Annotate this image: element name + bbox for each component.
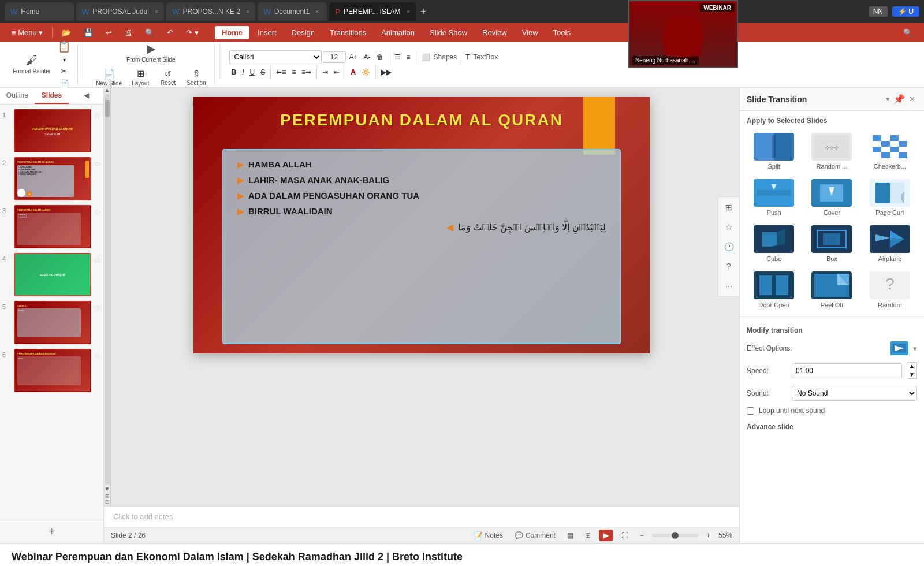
italic-btn[interactable]: I (240, 67, 246, 77)
slide-content-box[interactable]: ▶ HAMBA ALLAH ▶ LAHIR- MASA ANAK ANAK-BA… (222, 149, 621, 344)
pin-icon[interactable]: 📌 (891, 92, 907, 106)
transition-pagecurl[interactable]: Page Curl (863, 177, 917, 218)
slide-thumbnail[interactable]: PEREMPUAN DALAM HADIST • text line 1 • t… (14, 205, 91, 248)
list-item[interactable]: 5 SLIDE 5 content ☆ (2, 301, 101, 344)
section-button[interactable]: § Section (183, 66, 209, 89)
scroll-thumb[interactable] (105, 100, 110, 117)
loop-checkbox[interactable] (747, 407, 754, 415)
transition-cube[interactable]: Cube (747, 223, 801, 265)
transition-split[interactable]: Split (747, 131, 801, 172)
bullets-btn[interactable]: ☰ (392, 52, 403, 62)
transition-box[interactable]: Box (804, 223, 859, 265)
font-size-field[interactable]: 12 (323, 51, 346, 63)
tab-proposal2[interactable]: W PROPOS...N KE 2 × (166, 2, 255, 21)
tab-doc1[interactable]: W Document1 × (258, 2, 327, 21)
print-btn[interactable]: 🖨 (119, 27, 138, 39)
clear-format[interactable]: 🗑 (374, 52, 386, 62)
list-item[interactable]: 6 PPH&PEREMPUAN DAN EKONOMI items... ☆ (2, 349, 101, 392)
slide-thumbnail[interactable]: PPH&PEREMPUAN DAN EKONOMI items... (14, 349, 91, 392)
collapse-panel-btn[interactable]: ◀ (69, 88, 103, 104)
transition-cover[interactable]: Cover (804, 177, 859, 218)
align-right-btn[interactable]: ≡➡ (299, 67, 314, 77)
tab-insert[interactable]: Insert (251, 26, 284, 39)
close-tab-proposal2[interactable]: × (246, 8, 249, 15)
star-icon[interactable]: ☆ (94, 255, 101, 265)
close-tab-proposal1[interactable]: × (155, 8, 158, 15)
notes-placeholder[interactable]: Click to add notes (113, 512, 173, 521)
highlight-btn[interactable]: 🔆 (359, 67, 372, 77)
tab-design[interactable]: Design (285, 26, 322, 39)
from-current-slide-button[interactable]: ▶ From Current Slide (123, 40, 178, 65)
tab-view[interactable]: View (515, 26, 545, 39)
align-center-btn[interactable]: ≡ (289, 67, 298, 77)
list-item[interactable]: 1 PEREMPUAN DAN EKONOMI DALAM ISLAM ☆ (2, 109, 101, 152)
tab-review[interactable]: Review (475, 26, 514, 39)
cut-button[interactable]: ✂ (55, 65, 73, 77)
close-panel-icon[interactable]: × (907, 93, 917, 106)
slide-thumbnail[interactable]: SLIDE 5 content (14, 301, 91, 344)
bold-btn[interactable]: B (229, 67, 239, 77)
slide-thumbnail[interactable]: PEREMPUAN DAN EKONOMI DALAM ISLAM (14, 109, 91, 152)
star-icon[interactable]: ☆ (94, 159, 101, 169)
font-size-down[interactable]: A- (362, 52, 373, 62)
expand-ribbon[interactable]: ▶▶ (379, 67, 394, 77)
effect-dropdown[interactable]: ▾ (913, 344, 917, 353)
numbering-btn[interactable]: ≡ (404, 52, 413, 62)
tab-animation[interactable]: Animation (374, 26, 422, 39)
redo-btn[interactable]: ↷ ▾ (180, 27, 204, 39)
star-icon[interactable]: ☆ (94, 111, 101, 121)
list-item[interactable]: 2 PEREMPUAN DALAM AL QURAN • HAMBA ALLAH… (2, 157, 101, 200)
scroll-resize-btn[interactable]: ⊞ (105, 493, 110, 499)
save-btn[interactable]: 💾 (78, 27, 99, 39)
undo-btn[interactable]: ↶ (161, 27, 179, 39)
star-icon[interactable]: ☆ (94, 351, 101, 360)
paste-button[interactable]: 📋 (55, 39, 73, 54)
star-icon[interactable]: ☆ (94, 207, 101, 217)
layout-button[interactable]: ⊞ Layout (128, 66, 153, 89)
back-btn[interactable]: ↩ (100, 27, 118, 39)
format-painter-button[interactable]: 🖌 Format Painter (9, 52, 54, 77)
list-item[interactable]: 3 PEREMPUAN DALAM HADIST • text line 1 •… (2, 205, 101, 248)
slide-thumbnail[interactable]: PEREMPUAN DALAM AL QURAN • HAMBA ALLAH •… (14, 157, 91, 200)
slide-thumbnail[interactable]: SLIDE 4 CONTENT (14, 253, 91, 296)
strikethrough-btn[interactable]: S (258, 67, 267, 77)
scroll-resize-btn2[interactable]: ⊟ (105, 499, 110, 505)
grid-view-btn[interactable]: ⊞ (582, 530, 594, 541)
textbox-btn[interactable]: T (463, 52, 472, 62)
zoom-out-btn[interactable]: − (636, 530, 647, 541)
tab-home-ribbon[interactable]: Home (215, 26, 249, 39)
tab-transitions[interactable]: Transitions (323, 26, 373, 39)
open-btn[interactable]: 📂 (56, 27, 77, 39)
close-tab-doc1[interactable]: × (315, 8, 319, 15)
play-btn[interactable]: ▶ (599, 530, 613, 541)
menu-button[interactable]: ≡ Menu ▾ (6, 27, 49, 39)
search-ribbon[interactable]: 🔍 (897, 27, 918, 39)
align-left-btn[interactable]: ⬅≡ (274, 67, 288, 77)
transition-airplane[interactable]: Airplane (863, 223, 917, 265)
vertical-scrollbar[interactable]: ▲ ▼ ⊞ ⊟ (104, 88, 111, 506)
scroll-down-btn[interactable]: ▼ (105, 486, 110, 492)
font-family-select[interactable]: Calibri (229, 50, 322, 64)
slides-tab[interactable]: Slides (35, 88, 69, 104)
indent-btn[interactable]: ⇥ (320, 67, 330, 77)
chevron-down-icon[interactable]: ▾ (886, 95, 890, 103)
outdent-btn[interactable]: ⇤ (331, 67, 342, 77)
tab-home[interactable]: W Home (5, 2, 74, 21)
tab-proposal1[interactable]: W PROPOSAL Judul × (76, 2, 164, 21)
outline-tab[interactable]: Outline (0, 88, 35, 104)
transition-peeloff[interactable]: Peel Off (804, 269, 859, 311)
font-size-up[interactable]: A+ (347, 52, 360, 62)
normal-view-btn[interactable]: ▤ (564, 530, 577, 541)
transition-random2[interactable]: ? Random (863, 269, 917, 311)
transition-push[interactable]: Push (747, 177, 801, 218)
sound-select[interactable]: No Sound (792, 386, 917, 401)
tab-slideshow[interactable]: Slide Show (423, 26, 474, 39)
shapes-btn[interactable]: ⬜ (419, 52, 433, 62)
star-icon[interactable]: ☆ (94, 303, 101, 312)
notes-btn[interactable]: 📝 Notes (471, 530, 506, 541)
user-avatar[interactable]: NN (869, 6, 888, 17)
zoom-slider[interactable] (652, 534, 698, 537)
font-color-btn[interactable]: A (348, 67, 358, 77)
tab-tools[interactable]: Tools (546, 26, 578, 39)
transition-random[interactable]: ⊹⊹⊹ Random ... (804, 131, 859, 172)
